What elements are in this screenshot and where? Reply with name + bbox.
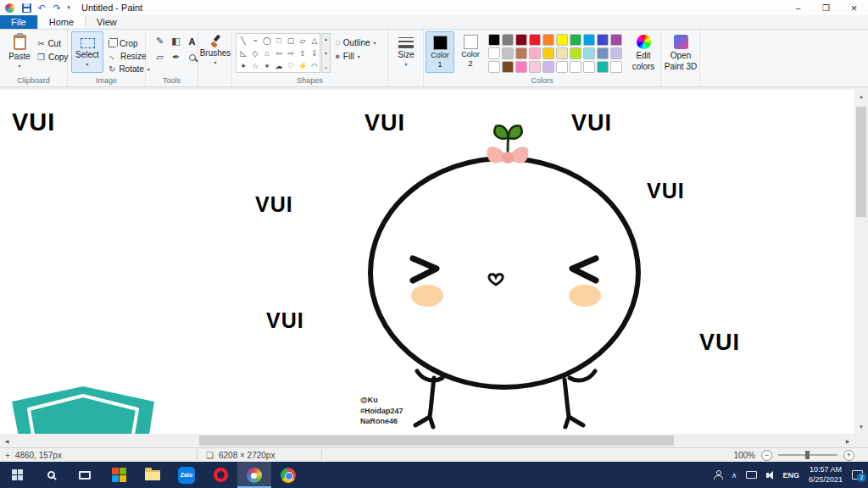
taskbar-search-button[interactable] bbox=[34, 462, 68, 488]
volume-icon[interactable] bbox=[766, 473, 769, 478]
zoom-in-button[interactable]: + bbox=[843, 450, 854, 461]
crop-button[interactable]: Crop bbox=[108, 37, 138, 49]
palette-swatch[interactable] bbox=[583, 61, 595, 73]
palette-swatch[interactable] bbox=[583, 47, 595, 59]
eraser-tool[interactable]: ▱ bbox=[153, 50, 167, 64]
vertical-scrollbar-thumb[interactable] bbox=[856, 107, 866, 217]
shape-icon[interactable]: ~ bbox=[249, 34, 261, 47]
palette-swatch[interactable] bbox=[583, 34, 595, 46]
horizontal-scrollbar[interactable]: ◀ ▶ bbox=[0, 434, 854, 447]
palette-swatch[interactable] bbox=[556, 61, 568, 73]
scroll-down-button[interactable]: ▼ bbox=[854, 420, 868, 434]
gallery-down-button[interactable]: ▾ bbox=[325, 50, 327, 56]
palette-swatch[interactable] bbox=[529, 47, 541, 59]
paste-button[interactable]: Paste ▾ bbox=[5, 31, 34, 73]
taskbar-paint-active[interactable] bbox=[237, 462, 271, 488]
taskbar-file-explorer[interactable] bbox=[136, 462, 170, 488]
palette-swatch[interactable] bbox=[488, 47, 500, 59]
palette-swatch[interactable] bbox=[570, 34, 581, 46]
gallery-up-button[interactable]: ▴ bbox=[325, 36, 327, 42]
taskbar-opera[interactable] bbox=[203, 462, 237, 488]
action-center-button[interactable]: 2 bbox=[852, 470, 863, 480]
open-paint3d-button[interactable]: Open Paint 3D bbox=[664, 31, 698, 73]
zoom-out-button[interactable]: − bbox=[761, 450, 772, 461]
tab-view[interactable]: View bbox=[86, 15, 128, 29]
palette-swatch[interactable] bbox=[597, 61, 609, 73]
edit-colors-button[interactable]: Edit colors bbox=[627, 31, 659, 73]
shape-icon[interactable]: ☁ bbox=[273, 59, 285, 72]
color1-button[interactable]: Color 1 bbox=[426, 31, 454, 73]
shape-icon[interactable]: ⇧ bbox=[297, 47, 309, 59]
palette-swatch[interactable] bbox=[597, 47, 609, 59]
shape-icon[interactable]: ◠ bbox=[309, 59, 320, 72]
palette-swatch[interactable] bbox=[515, 61, 527, 73]
palette-swatch[interactable] bbox=[502, 61, 514, 73]
taskbar-zalo[interactable]: Zalo bbox=[170, 462, 203, 488]
palette-swatch[interactable] bbox=[556, 34, 568, 46]
taskbar-app-grid[interactable] bbox=[102, 462, 136, 488]
copy-button[interactable]: ❐ Copy bbox=[37, 51, 68, 63]
shape-icon[interactable]: ⌂ bbox=[261, 47, 273, 59]
palette-swatch[interactable] bbox=[488, 34, 500, 46]
shape-icon[interactable]: ╲ bbox=[237, 34, 249, 47]
shape-icon[interactable]: ▱ bbox=[297, 34, 309, 47]
shape-icon[interactable]: ⇦ bbox=[273, 47, 285, 59]
palette-swatch[interactable] bbox=[502, 34, 514, 46]
people-icon[interactable] bbox=[714, 470, 722, 480]
palette-swatch[interactable] bbox=[529, 34, 541, 46]
palette-swatch[interactable] bbox=[515, 47, 527, 59]
resize-button[interactable]: ↔ Resize bbox=[108, 50, 147, 62]
palette-swatch[interactable] bbox=[610, 61, 622, 73]
shape-icon[interactable]: ◺ bbox=[237, 47, 249, 59]
horizontal-scrollbar-thumb[interactable] bbox=[199, 435, 674, 446]
shape-icon[interactable]: ▢ bbox=[285, 34, 297, 47]
scroll-up-button[interactable]: ▲ bbox=[854, 90, 868, 103]
qat-customize-button[interactable]: ▾ bbox=[64, 0, 73, 15]
scroll-left-button[interactable]: ◀ bbox=[0, 434, 14, 447]
palette-swatch[interactable] bbox=[529, 61, 541, 73]
palette-swatch[interactable] bbox=[488, 61, 500, 73]
rotate-button[interactable]: ↻ Rotate ▾ bbox=[108, 63, 150, 75]
tab-file[interactable]: File bbox=[0, 15, 37, 29]
size-button[interactable]: Size ▾ bbox=[391, 31, 421, 73]
select-button[interactable]: Select ▾ bbox=[71, 31, 103, 73]
palette-swatch[interactable] bbox=[515, 34, 527, 46]
shape-icon[interactable]: ◇ bbox=[249, 47, 261, 59]
gallery-more-button[interactable]: ▿ bbox=[325, 64, 327, 70]
shape-icon[interactable]: ⚡ bbox=[297, 59, 309, 72]
start-button[interactable] bbox=[0, 462, 34, 488]
outline-button[interactable]: □ Outline ▾ bbox=[336, 36, 376, 48]
zoom-slider-thumb[interactable] bbox=[805, 451, 810, 459]
paint-canvas[interactable]: VUI VUI VUI VUI VUI VUI VUI @Ku #Hoidap2… bbox=[0, 90, 854, 434]
minimize-button[interactable]: – bbox=[784, 0, 812, 15]
palette-swatch[interactable] bbox=[502, 47, 514, 59]
task-view-button[interactable] bbox=[68, 462, 102, 488]
palette-swatch[interactable] bbox=[542, 47, 554, 59]
language-indicator[interactable]: ENG bbox=[782, 471, 799, 480]
undo-button[interactable]: ↶ bbox=[34, 0, 49, 15]
shape-icon[interactable]: ✶ bbox=[261, 59, 273, 72]
shape-icon[interactable]: △ bbox=[309, 34, 320, 47]
palette-swatch[interactable] bbox=[610, 47, 622, 59]
taskbar-clock[interactable]: 10:57 AM 6/25/2021 bbox=[809, 465, 843, 485]
color-picker-tool[interactable]: ✒ bbox=[169, 50, 183, 64]
scroll-right-button[interactable]: ▶ bbox=[841, 434, 854, 447]
tab-home[interactable]: Home bbox=[37, 15, 86, 29]
save-button[interactable] bbox=[19, 0, 34, 15]
shape-icon[interactable]: ⇩ bbox=[309, 47, 320, 59]
vertical-scrollbar[interactable]: ▲ ▼ bbox=[854, 90, 868, 434]
palette-swatch[interactable] bbox=[556, 47, 568, 59]
palette-swatch[interactable] bbox=[597, 34, 609, 46]
shape-icon[interactable]: ☆ bbox=[249, 59, 261, 72]
restore-button[interactable]: ❐ bbox=[812, 0, 840, 15]
palette-swatch[interactable] bbox=[570, 61, 581, 73]
shape-icon[interactable]: ◯ bbox=[261, 34, 273, 47]
palette-swatch[interactable] bbox=[542, 34, 554, 46]
taskbar-chrome[interactable] bbox=[271, 462, 305, 488]
close-button[interactable]: × bbox=[840, 0, 868, 15]
palette-swatch[interactable] bbox=[542, 61, 554, 73]
shape-icon[interactable]: ⇨ bbox=[285, 47, 297, 59]
fill-button[interactable]: ■ Fill ▾ bbox=[336, 50, 360, 62]
shape-icon[interactable]: □ bbox=[273, 34, 285, 47]
pencil-tool[interactable]: ✎ bbox=[153, 34, 167, 48]
